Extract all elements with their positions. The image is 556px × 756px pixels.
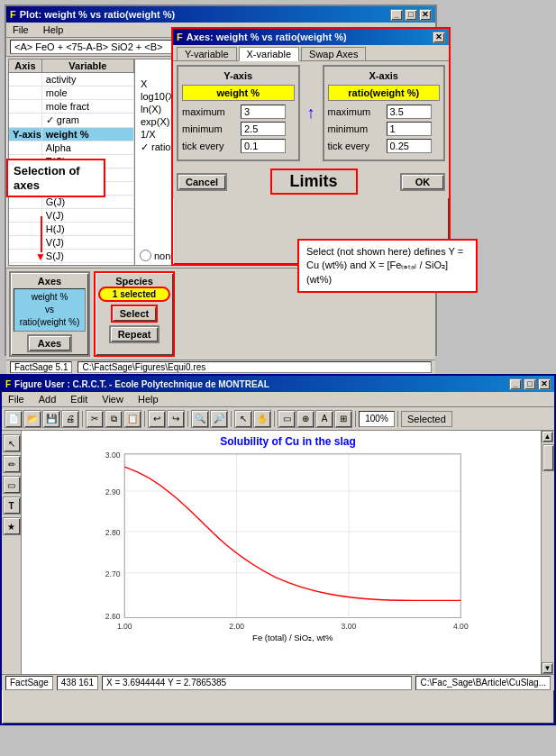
x-min-input[interactable] (387, 122, 432, 136)
x-axis-group: X-axis ratio(weight %) maximum minimum t… (323, 65, 446, 161)
zoom-input[interactable] (359, 411, 395, 427)
table-row-yaxis[interactable]: Y-axis weight % (9, 128, 134, 141)
status-path: C:\FactSage\Figures\Equi0.res (77, 361, 432, 373)
tool-pen[interactable]: ✏ (3, 455, 21, 473)
selection-annotation: Selection of axes (6, 159, 105, 197)
tb-cursor[interactable]: ↖ (234, 410, 252, 428)
status-coords: X = 3.6944444 Y = 2.7865385 (102, 676, 413, 690)
plot-status-bar: FactSage 5.1 C:\FactSage\Figures\Equi0.r… (6, 360, 435, 374)
figure-title-bar: F Figure User : C.R.C.T. - Ecole Polytec… (2, 376, 554, 392)
tb-print[interactable]: 🖨 (61, 410, 79, 428)
fig-menu-file[interactable]: File (5, 393, 27, 405)
table-row[interactable]: mole fract (9, 100, 134, 114)
svg-text:3.00: 3.00 (105, 451, 120, 460)
tb-save[interactable]: 💾 (42, 410, 60, 428)
axes-dialog-tabs: Y-variable X-variable Swap Axes (173, 45, 449, 61)
table-row[interactable]: V(J) (9, 209, 134, 223)
y-min-input[interactable] (241, 122, 286, 136)
tb-new[interactable]: 📄 (5, 410, 23, 428)
axes-dialog-body: Y-axis weight % maximum minimum tick eve… (173, 61, 449, 165)
figure-close[interactable]: ✕ (538, 378, 551, 390)
tb-sep-6 (355, 411, 356, 427)
svg-text:3.00: 3.00 (341, 622, 356, 631)
repeat-button[interactable]: Repeat (109, 325, 160, 343)
x-tick-input[interactable] (387, 139, 432, 153)
table-row[interactable]: ✓ gram (9, 114, 134, 128)
svg-text:4.00: 4.00 (452, 622, 468, 631)
scroll-up[interactable]: ▲ (542, 431, 553, 442)
tb-cut[interactable]: ✂ (86, 410, 104, 428)
fig-menu-view[interactable]: View (99, 393, 126, 405)
tool-text-t[interactable]: T (3, 496, 21, 515)
status-factsage: FactSage 5.1 (10, 361, 72, 373)
tb-redo[interactable]: ↪ (167, 410, 185, 428)
plot-title-bar: F Plot: weight % vs ratio(weight %) _ □ … (6, 6, 435, 23)
axes-dialog-title: Axes: weight % vs ratio(weight %) (187, 32, 347, 42)
tb-sep-1 (82, 411, 83, 427)
axes-panel: Axes weight % vs ratio(weight %) Axes (9, 271, 90, 357)
x-axis-selected: ratio(weight %) (328, 85, 441, 101)
table-row[interactable]: activity (9, 73, 134, 87)
minimize-button[interactable]: _ (390, 9, 403, 21)
table-row[interactable]: V(J) (9, 236, 134, 250)
figure-menu-bar: File Add Edit View Help (2, 392, 554, 407)
table-row[interactable]: mole (9, 87, 134, 100)
tb-sep-5 (274, 411, 275, 427)
tb-zoom-out[interactable]: 🔎 (210, 410, 228, 428)
select-button[interactable]: Select (111, 305, 158, 323)
tb-undo[interactable]: ↩ (148, 410, 166, 428)
tool-star[interactable]: ★ (3, 517, 21, 535)
tb-sep-4 (231, 411, 232, 427)
y-tick-input[interactable] (241, 139, 286, 153)
axes-button[interactable]: Axes (27, 334, 72, 352)
cancel-button[interactable]: Cancel (177, 173, 227, 191)
y-max-input[interactable] (241, 105, 286, 119)
tb-a[interactable]: A (315, 410, 333, 428)
table-row[interactable]: - page - (9, 263, 134, 265)
tool-rect[interactable]: ▭ (3, 476, 21, 494)
tab-y-variable[interactable]: Y-variable (177, 47, 237, 60)
menu-file[interactable]: File (10, 23, 32, 36)
note-box: Select (not shown here) defines Y = Cu (… (297, 239, 478, 293)
tb-zoom-in[interactable]: 🔍 (191, 410, 209, 428)
fig-menu-add[interactable]: Add (36, 393, 59, 405)
tool-arrow[interactable]: ↖ (3, 434, 21, 452)
ok-button[interactable]: OK (400, 173, 445, 191)
axes-dialog: F Axes: weight % vs ratio(weight %) ✕ Y-… (171, 27, 451, 266)
scroll-down[interactable]: ▼ (542, 662, 553, 674)
tb-paste[interactable]: 📋 (123, 410, 141, 428)
table-row[interactable]: H(J) (9, 223, 134, 236)
maximize-button[interactable]: □ (405, 9, 417, 21)
axes-dialog-close[interactable]: ✕ (433, 32, 445, 43)
close-button[interactable]: ✕ (419, 9, 432, 21)
tb-measure[interactable]: ⊞ (334, 410, 352, 428)
tab-x-variable[interactable]: X-variable (239, 47, 300, 61)
tb-open[interactable]: 📂 (23, 410, 41, 428)
table-row[interactable]: G(J) (9, 196, 134, 209)
chart-area: Solubility of Cu in the slag (22, 431, 554, 674)
figure-minimize[interactable]: _ (509, 378, 522, 390)
table-row[interactable]: Alpha (9, 141, 134, 155)
tb-box[interactable]: ▭ (278, 410, 296, 428)
annotation-arrowhead: ▼ (35, 250, 46, 263)
axes-values: weight % vs ratio(weight %) (14, 288, 86, 332)
chart-scrollbar[interactable]: ▲ ▼ (541, 431, 554, 674)
svg-rect-0 (124, 454, 460, 618)
limits-label: Limits (270, 169, 358, 195)
x-max-input[interactable] (387, 105, 432, 119)
annotation-arrow-line (41, 216, 42, 252)
selected-label: Selected (401, 411, 452, 427)
fig-menu-edit[interactable]: Edit (68, 393, 90, 405)
tb-move[interactable]: ⊕ (296, 410, 314, 428)
svg-text:2.00: 2.00 (229, 622, 244, 631)
figure-maximize[interactable]: □ (524, 378, 536, 390)
tb-hand[interactable]: ✋ (253, 410, 271, 428)
tab-swap-axes[interactable]: Swap Axes (301, 47, 366, 60)
table-row[interactable]: S(J) (9, 250, 134, 263)
figure-window-title: Figure User : C.R.C.T. - Ecole Polytechn… (14, 379, 269, 389)
tb-copy[interactable]: ⧉ (105, 410, 123, 428)
scroll-thumb[interactable] (542, 444, 554, 471)
fig-menu-help[interactable]: Help (135, 393, 161, 405)
svg-text:2.90: 2.90 (105, 487, 120, 496)
menu-help[interactable]: Help (41, 23, 67, 36)
